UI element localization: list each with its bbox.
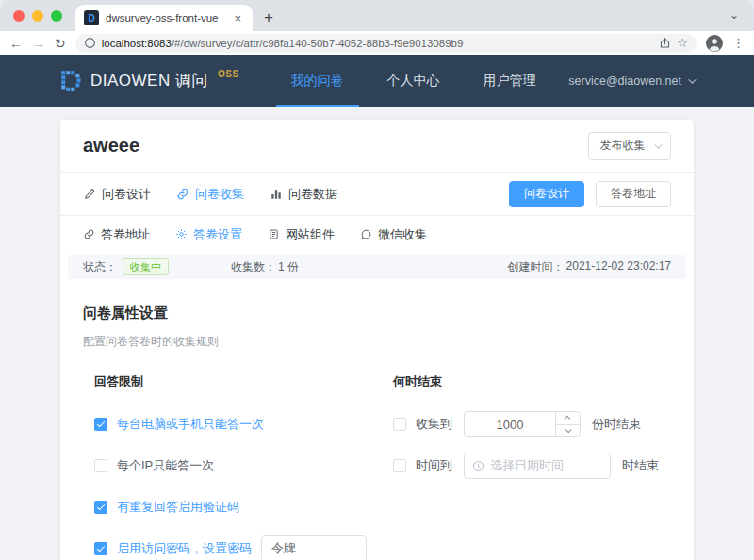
checkbox-label[interactable]: 收集到 <box>416 416 452 433</box>
checkbox-device-once[interactable] <box>94 418 107 431</box>
tab-survey-design[interactable]: 问卷设计 <box>83 186 151 203</box>
settings-title: 问卷属性设置 <box>83 305 671 322</box>
tab-label: 问卷设计 <box>102 186 151 203</box>
checkbox-label[interactable]: 时间到 <box>416 457 452 474</box>
bookmark-star-icon[interactable]: ☆ <box>677 36 688 50</box>
created-label: 创建时间： <box>508 259 565 275</box>
settings-subtitle: 配置问卷答卷时的收集规则 <box>83 334 671 350</box>
back-icon[interactable]: ← <box>9 37 23 50</box>
diaowen-logo-icon <box>60 70 83 92</box>
checkbox-label[interactable]: 每个IP只能答一次 <box>117 457 214 474</box>
browser-menu-icon[interactable]: ⋮ <box>732 36 745 50</box>
survey-design-button[interactable]: 问卷设计 <box>509 181 584 207</box>
tab-survey-data[interactable]: 问卷数据 <box>270 186 337 203</box>
tab-site-widget[interactable]: 网站组件 <box>268 226 335 243</box>
end-rule-column: 何时结束 收集到 份时结束 <box>382 373 671 560</box>
end-rule-header: 何时结束 <box>393 373 671 390</box>
answer-limit-header: 回答限制 <box>94 373 382 390</box>
link-icon <box>83 228 95 240</box>
account-email: service@diaowen.net <box>568 74 681 88</box>
tab-close-icon[interactable]: × <box>231 11 244 25</box>
brand-badge: OSS <box>218 69 239 79</box>
created-value: 2021-12-02 23:02:17 <box>566 259 671 275</box>
chevron-down-icon <box>654 140 662 148</box>
share-icon[interactable] <box>659 37 671 49</box>
count-value: 1 份 <box>278 259 299 275</box>
checkbox-label[interactable]: 有重复回答启用验证码 <box>117 499 239 516</box>
url-host: localhost:8083 <box>102 38 172 49</box>
info-icon[interactable] <box>84 37 96 49</box>
account-menu[interactable]: service@diaowen.net <box>568 74 694 88</box>
limit-row-device-once: 每台电脑或手机只能答一次 <box>94 404 382 445</box>
new-tab-button[interactable]: + <box>264 9 273 25</box>
nav-item-my-surveys[interactable]: 我的问卷 <box>270 55 366 107</box>
limit-row-password: 启用访问密码，设置密码 <box>94 528 382 560</box>
document-icon <box>268 228 280 240</box>
access-password-input[interactable] <box>261 535 367 560</box>
tab-wechat-collect[interactable]: 微信收集 <box>360 226 427 243</box>
checkbox-ip-once[interactable] <box>94 459 107 472</box>
collect-count: 收集数： 1 份 <box>231 259 299 275</box>
clock-icon <box>472 460 484 472</box>
date-placeholder: 选择日期时间 <box>490 457 564 474</box>
forward-icon[interactable]: → <box>32 37 45 50</box>
tab-answer-address[interactable]: 答卷地址 <box>83 226 150 243</box>
count-label: 收集数： <box>231 259 276 275</box>
brand[interactable]: DIAOWEN 调问 OSS <box>60 70 239 92</box>
nav-item-user-management[interactable]: 用户管理 <box>462 55 558 107</box>
tab-answer-settings[interactable]: 答卷设置 <box>175 226 242 243</box>
checkbox-access-password[interactable] <box>94 542 107 555</box>
checkbox-end-by-count[interactable] <box>393 418 406 431</box>
fullscreen-window-button[interactable] <box>51 10 62 22</box>
publish-collect-select[interactable]: 发布收集 <box>588 132 671 160</box>
checkbox-label[interactable]: 启用访问密码，设置密码 <box>117 540 252 557</box>
tab-label: 微信收集 <box>378 226 427 243</box>
tab-label: 网站组件 <box>286 226 335 243</box>
site-favicon-icon: D <box>84 10 99 25</box>
minimize-window-button[interactable] <box>32 10 43 22</box>
limit-row-ip-once: 每个IP只能答一次 <box>94 445 382 486</box>
close-window-button[interactable] <box>13 10 25 22</box>
checkbox-end-by-time[interactable] <box>393 459 406 472</box>
number-spinner <box>555 412 580 436</box>
nav-item-personal-center[interactable]: 个人中心 <box>366 55 462 107</box>
spinner-down-button[interactable] <box>556 425 580 437</box>
status-badge: 收集中 <box>123 258 169 275</box>
tab-label: 问卷收集 <box>195 186 244 203</box>
checkbox-label[interactable]: 每台电脑或手机只能答一次 <box>117 416 264 433</box>
publish-collect-label: 发布收集 <box>600 138 646 154</box>
tab-label: 答卷地址 <box>101 226 150 243</box>
browser-window: D dwsurvey-oss-front-vue × + ⌄ ← → ↻ loc… <box>0 0 754 560</box>
tab-label: 答卷设置 <box>193 226 242 243</box>
checkbox-captcha[interactable] <box>94 501 107 514</box>
tab-label: 问卷数据 <box>288 186 337 203</box>
brand-name: DIAOWEN 调问 <box>90 70 208 91</box>
address-bar[interactable]: localhost:8083/#/dw/survey/c/attr/c98fa1… <box>75 34 697 53</box>
settings-form: 回答限制 每台电脑或手机只能答一次 每个IP只能答一次 有重复回答启用验证码 <box>60 373 694 560</box>
browser-profile-avatar[interactable] <box>706 35 723 52</box>
traffic-lights <box>13 10 62 22</box>
limit-row-captcha: 有重复回答启用验证码 <box>94 486 382 528</box>
spinner-up-button[interactable] <box>556 412 580 425</box>
url-path: /#/dw/survey/c/attr/c98fa140-50b7-4052-8… <box>172 38 463 49</box>
bar-chart-icon <box>270 188 283 201</box>
tab-title: dwsurvey-oss-front-vue <box>106 12 224 24</box>
reload-icon[interactable]: ↻ <box>55 37 66 50</box>
tab-search-chevron-icon[interactable]: ⌄ <box>729 8 739 22</box>
end-count-value[interactable] <box>465 412 555 436</box>
answer-address-button[interactable]: 答卷地址 <box>596 181 671 207</box>
status-label: 状态： <box>83 259 117 275</box>
pencil-icon <box>83 188 96 201</box>
end-time-suffix: 时结束 <box>622 457 659 474</box>
browser-tab[interactable]: D dwsurvey-oss-front-vue × <box>75 5 253 31</box>
chevron-down-icon <box>688 75 696 83</box>
card-header: aweee 发布收集 <box>60 120 694 172</box>
status-bar: 状态： 收集中 收集数： 1 份 创建时间： 2021-12-02 23:02:… <box>68 255 686 279</box>
chevron-down-icon <box>566 427 572 434</box>
end-date-picker[interactable]: 选择日期时间 <box>464 453 611 479</box>
url-text: localhost:8083/#/dw/survey/c/attr/c98fa1… <box>102 38 654 49</box>
link-icon <box>176 188 189 201</box>
tab-survey-collect[interactable]: 问卷收集 <box>176 186 244 203</box>
header-actions: 问卷设计 答卷地址 <box>509 181 671 207</box>
created-time: 创建时间： 2021-12-02 23:02:17 <box>508 259 671 275</box>
